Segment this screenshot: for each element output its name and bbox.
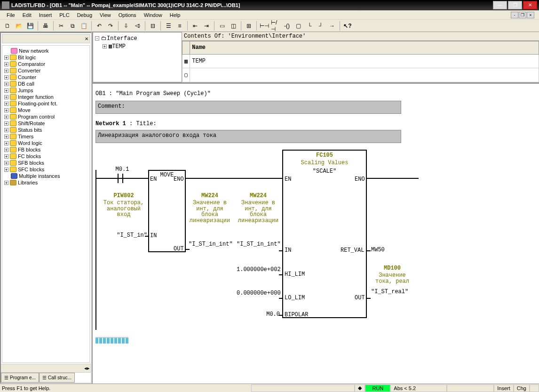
- tree-program-ctrl[interactable]: +Program control: [4, 113, 87, 120]
- tree-shift[interactable]: +Shift/Rotate: [4, 120, 87, 127]
- network-icon[interactable]: ⊞: [244, 21, 254, 31]
- status-chg: Chg: [514, 384, 530, 392]
- download-icon[interactable]: ⇩: [121, 21, 131, 31]
- tree-counter[interactable]: +Counter: [4, 74, 87, 80]
- network-title-label: Title:: [136, 120, 156, 127]
- interface-tree[interactable]: -🗀 Interface +▦ TEMP: [93, 32, 182, 82]
- conn-icon[interactable]: →: [327, 21, 337, 31]
- app-icon: [2, 1, 9, 9]
- tool-icon[interactable]: ⊟: [148, 21, 158, 31]
- scale-block[interactable]: [282, 150, 367, 318]
- title-bar: LAD/STL/FBD - [OB1 -- "Main" -- Pompaj_e…: [0, 0, 539, 10]
- status-run: RUN: [365, 384, 390, 392]
- status-insert: Insert: [494, 384, 514, 392]
- redo-icon[interactable]: ↷: [105, 21, 116, 31]
- window-title: LAD/STL/FBD - [OB1 -- "Main" -- Pompaj_e…: [11, 2, 492, 8]
- help-cursor-icon[interactable]: ↖?: [342, 21, 353, 31]
- nav-first-icon[interactable]: ⇤: [190, 21, 200, 31]
- ob-title: "Main Program Sweep (Cycle)": [116, 90, 211, 97]
- tree-new-network[interactable]: New network: [4, 48, 87, 54]
- print-icon[interactable]: 🖶: [40, 21, 51, 31]
- coil-icon[interactable]: -(): [282, 21, 292, 31]
- tree-integer[interactable]: +Integer function: [4, 94, 87, 100]
- tree-move[interactable]: +Move: [4, 107, 87, 113]
- menu-view[interactable]: View: [96, 11, 115, 19]
- tool-icon[interactable]: ≡: [174, 21, 185, 31]
- monitor-icon[interactable]: ⏿: [132, 21, 143, 31]
- view-icon[interactable]: ◫: [228, 21, 238, 31]
- tree-bit-logic[interactable]: +Bit logic: [4, 54, 87, 61]
- save-icon[interactable]: 💾: [25, 21, 35, 31]
- tab-program-elements[interactable]: ☰Program e...: [1, 373, 39, 383]
- mdi-restore-button[interactable]: ❐: [519, 12, 526, 18]
- tree-timers[interactable]: +Timers: [4, 133, 87, 140]
- menu-insert[interactable]: Insert: [35, 11, 56, 19]
- ob-comment-box[interactable]: Comment:: [95, 101, 401, 114]
- mdi-close-button[interactable]: ×: [527, 12, 534, 18]
- network-comment-box[interactable]: Линеаризация аналогового входа тока: [95, 130, 401, 143]
- new-icon[interactable]: 🗋: [2, 21, 13, 31]
- menu-window[interactable]: Window: [140, 11, 166, 19]
- col-name: Name: [190, 41, 539, 55]
- tree-converter[interactable]: +Converter: [4, 67, 87, 74]
- box-icon[interactable]: ▢: [293, 21, 303, 31]
- contact-no-icon[interactable]: ⊢⊣: [259, 21, 270, 31]
- catalog-panel: ✕ New network +Bit logic +Comparator +Co…: [0, 32, 92, 384]
- tree-multi[interactable]: Multiple instances: [4, 173, 87, 179]
- interface-panel: -🗀 Interface +▦ TEMP Contents Of: 'Envir…: [93, 32, 539, 84]
- menu-options[interactable]: Options: [115, 11, 140, 19]
- tree-sfc[interactable]: +SFC blocks: [4, 166, 87, 173]
- toolbar: 🗋 📂 💾 🖶 ✂ ⧉ 📋 ↶ ↷ ⇩ ⏿ ⊟ ☰ ≡ ⇤ ⇥ ▭ ◫ ⊞ ⊢⊣…: [0, 20, 539, 32]
- tree-comparator[interactable]: +Comparator: [4, 61, 87, 67]
- tree-float[interactable]: +Floating-point fct.: [4, 100, 87, 107]
- menu-file[interactable]: File: [3, 11, 19, 19]
- paste-icon[interactable]: 📋: [79, 21, 89, 31]
- branch-open-icon[interactable]: └: [304, 21, 315, 31]
- tree-jumps[interactable]: +Jumps: [4, 87, 87, 94]
- panel-close-icon[interactable]: ✕: [85, 36, 88, 41]
- status-help: Press F1 to get Help.: [0, 384, 251, 392]
- ob-label: OB1 :: [95, 90, 116, 97]
- tree-lib[interactable]: +Libraries: [4, 179, 87, 186]
- interface-contents-title: Contents Of: 'Environment\Interface': [182, 32, 539, 41]
- branch-close-icon[interactable]: ┘: [316, 21, 326, 31]
- menu-debug[interactable]: Debug: [73, 11, 96, 19]
- contact-nc-icon[interactable]: ⊢/⊣: [270, 21, 281, 31]
- copy-icon[interactable]: ⧉: [67, 21, 78, 31]
- menu-plc[interactable]: PLC: [55, 11, 73, 19]
- status-online-icon: ◆: [355, 384, 365, 392]
- catalog-tree[interactable]: New network +Bit logic +Comparator +Conv…: [2, 45, 90, 363]
- ladder-network[interactable]: M0.1 MOVE EN ENO IN OUT FC105 Scaling Va…: [95, 150, 519, 333]
- network-label: Network 1: [95, 120, 126, 127]
- status-abs: Abs < 5.2: [390, 384, 447, 392]
- tab-call-structure[interactable]: ☰Call struc...: [39, 373, 75, 383]
- minimize-button[interactable]: ―: [493, 1, 507, 9]
- tree-status[interactable]: +Status bits: [4, 127, 87, 133]
- ladder-editor[interactable]: OB1 : "Main Program Sweep (Cycle)" Comme…: [93, 84, 539, 384]
- contact-no[interactable]: [116, 174, 125, 183]
- close-button[interactable]: ✕: [523, 1, 537, 9]
- mdi-minimize-button[interactable]: -: [511, 12, 518, 18]
- tree-word[interactable]: +Word logic: [4, 140, 87, 146]
- tool-icon[interactable]: ☰: [163, 21, 174, 31]
- open-icon[interactable]: 📂: [14, 21, 24, 31]
- view-icon[interactable]: ▭: [217, 21, 227, 31]
- tree-fc[interactable]: +FC blocks: [4, 153, 87, 160]
- menu-help[interactable]: Help: [166, 11, 184, 19]
- cut-icon[interactable]: ✂: [56, 21, 66, 31]
- tree-fb[interactable]: +FB blocks: [4, 146, 87, 153]
- tree-sfb[interactable]: +SFB blocks: [4, 160, 87, 166]
- menu-edit[interactable]: Edit: [19, 11, 35, 19]
- undo-icon[interactable]: ↶: [94, 21, 104, 31]
- tree-dbcall[interactable]: +DB call: [4, 80, 87, 87]
- scroll-right-icon[interactable]: ▸: [87, 365, 90, 371]
- maximize-button[interactable]: ❐: [508, 1, 522, 9]
- interface-table[interactable]: Name ▦TEMP ▢: [182, 41, 539, 82]
- menu-bar: File Edit Insert PLC Debug View Options …: [0, 10, 539, 20]
- contact-label: M0.1: [111, 167, 134, 173]
- status-bar: Press F1 to get Help. ◆ RUN Abs < 5.2 In…: [0, 384, 539, 392]
- editor-tabstrip[interactable]: [95, 337, 128, 344]
- nav-last-icon[interactable]: ⇥: [201, 21, 212, 31]
